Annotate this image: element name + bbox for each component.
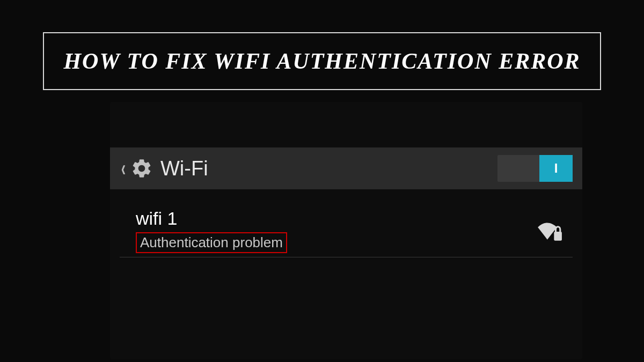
gear-icon: [130, 157, 153, 180]
phone-screenshot-panel: ‹ Wi-Fi I wifi 1 Authentication problem: [110, 102, 582, 359]
wifi-secured-icon: [536, 219, 563, 242]
svg-rect-0: [554, 232, 562, 241]
wifi-settings-header: ‹ Wi-Fi I: [110, 147, 582, 189]
wifi-toggle-switch[interactable]: I: [497, 155, 573, 182]
wifi-network-row[interactable]: wifi 1 Authentication problem: [120, 204, 573, 257]
title-container: HOW TO FIX WIFI AUTHENTICATION ERROR: [43, 32, 601, 90]
network-status-error: Authentication problem: [136, 232, 287, 253]
network-name: wifi 1: [136, 208, 536, 229]
wifi-header-label: Wi-Fi: [160, 157, 497, 180]
page-title: HOW TO FIX WIFI AUTHENTICATION ERROR: [55, 48, 589, 74]
back-chevron-icon[interactable]: ‹: [121, 156, 126, 181]
toggle-handle-on: I: [539, 155, 573, 182]
network-text-group: wifi 1 Authentication problem: [136, 208, 536, 253]
